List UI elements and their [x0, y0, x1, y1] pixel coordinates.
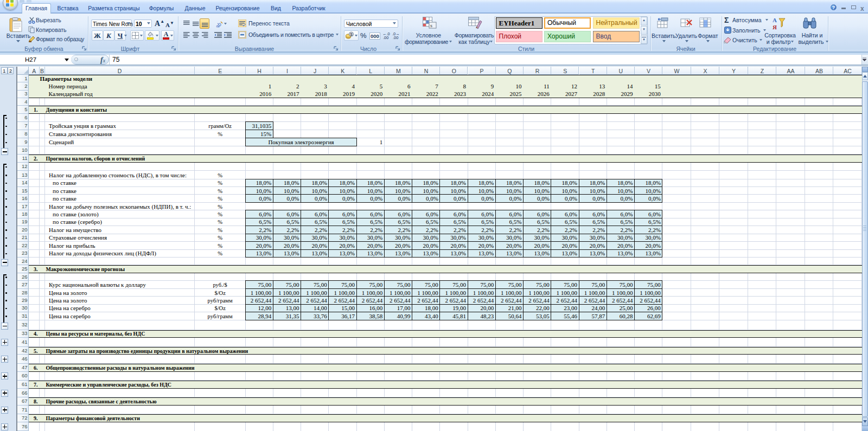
svg-text:,00: ,00: [393, 35, 398, 40]
svg-text:$: $: [350, 33, 353, 36]
svg-text:s: s: [430, 23, 432, 28]
svg-text:Я: Я: [773, 24, 777, 30]
svg-text:.00: .00: [383, 35, 388, 40]
svg-text:А: А: [773, 17, 777, 23]
